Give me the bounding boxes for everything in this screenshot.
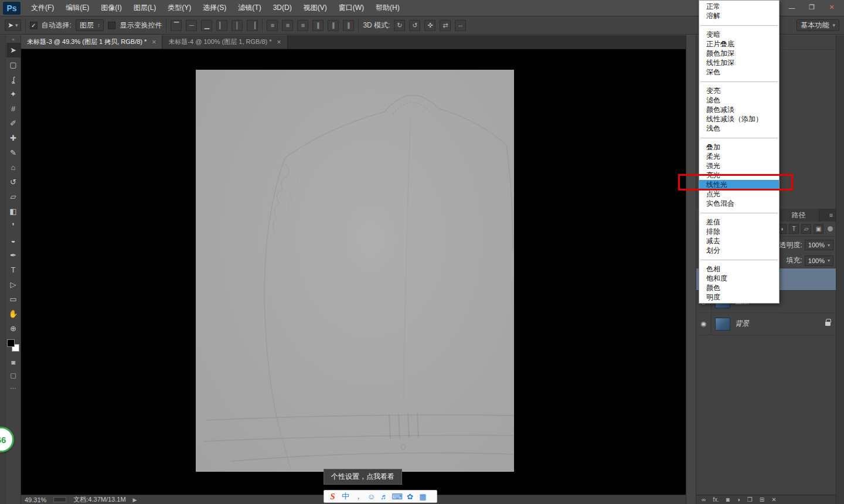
3d-roll-button[interactable]: ↺ [409, 20, 420, 31]
document-tab-1[interactable]: 未标题-3 @ 49.3% (图层 1 拷贝, RGB/8) * × [21, 35, 162, 49]
visibility-eye-icon[interactable]: ◉ [696, 313, 712, 335]
zoom-level-field[interactable]: 49.31% [25, 496, 46, 503]
document-tab-2[interactable]: 未标题-4 @ 100% (图层 1, RGB/8) * × [162, 35, 287, 49]
blend-mode-hard-light[interactable]: 强光 [699, 161, 779, 171]
close-tab-icon[interactable]: × [277, 38, 281, 46]
blend-mode-hard-mix[interactable]: 实色混合 [699, 199, 779, 208]
auto-select-target-dropdown[interactable]: 图层 ↕ [76, 19, 104, 31]
blend-mode-soft-light[interactable]: 柔光 [699, 152, 779, 161]
sogou-logo-icon[interactable]: S [326, 492, 339, 502]
menu-filter[interactable]: 滤镜(T) [232, 0, 267, 16]
eraser-tool[interactable]: ▱ [6, 189, 21, 204]
maximize-button[interactable]: ❐ [804, 2, 819, 12]
ime-toolbox-icon[interactable]: ▦ [417, 492, 429, 501]
adjustment-layer-icon[interactable]: ◑ [737, 496, 740, 503]
blend-mode-lighter-color[interactable]: 浅色 [699, 124, 779, 133]
align-right-edges-button[interactable]: ▕ [247, 20, 258, 31]
rectangular-marquee-tool[interactable]: ▢ [6, 57, 21, 72]
blend-mode-linear-burn[interactable]: 线性加深 [699, 58, 779, 67]
blend-mode-luminosity[interactable]: 明度 [699, 292, 779, 302]
gradient-tool[interactable]: ◧ [6, 204, 21, 219]
toolbox-collapse-button[interactable]: » [12, 36, 14, 43]
punctuation-icon[interactable]: ， [352, 491, 365, 502]
canvas-area[interactable] [21, 49, 686, 495]
close-tab-icon[interactable]: × [152, 38, 156, 46]
blend-mode-multiply[interactable]: 正片叠底 [699, 39, 779, 49]
blend-mode-subtract[interactable]: 减去 [699, 236, 779, 246]
zoom-tool[interactable]: ⊕ [6, 321, 21, 336]
foreground-color-swatch[interactable] [7, 339, 15, 347]
distribute-right-edges-button[interactable]: ∥ [343, 20, 354, 31]
status-options-arrow[interactable]: ▶ [133, 497, 137, 503]
blend-mode-exclusion[interactable]: 排除 [699, 227, 779, 236]
align-bottom-edges-button[interactable]: ▁ [201, 20, 212, 31]
menu-file[interactable]: 文件(F) [25, 0, 60, 16]
crop-tool[interactable]: # [6, 101, 21, 116]
align-top-edges-button[interactable]: ▔ [171, 20, 182, 31]
lasso-tool[interactable]: ʆ [6, 72, 21, 87]
blend-mode-lighten[interactable]: 变亮 [699, 86, 779, 96]
blend-mode-color-burn[interactable]: 颜色加深 [699, 49, 779, 58]
menu-window[interactable]: 窗口(W) [333, 0, 370, 16]
filter-type-layers-icon[interactable]: T [789, 224, 799, 234]
panel-menu-button[interactable]: ≡ [826, 209, 836, 222]
input-mode-icon[interactable]: 中 [339, 491, 352, 502]
path-selection-tool[interactable]: ▷ [6, 277, 21, 292]
distribute-left-edges-button[interactable]: ∥ [312, 20, 324, 31]
distribute-bottom-edges-button[interactable]: ≡ [297, 20, 308, 31]
quick-mask-button[interactable]: ◙ [6, 356, 21, 369]
toolbar-options-button[interactable]: ⋯ [6, 382, 21, 394]
history-brush-tool[interactable]: ↺ [6, 175, 21, 189]
layer-style-icon[interactable]: fx. [713, 496, 719, 503]
menu-edit[interactable]: 编辑(E) [60, 0, 95, 16]
blend-mode-dissolve[interactable]: 溶解 [699, 11, 779, 21]
tab-paths[interactable]: 路径 [778, 209, 819, 222]
blend-mode-divide[interactable]: 划分 [699, 246, 779, 255]
skin-icon[interactable]: ✿ [404, 492, 416, 501]
blend-mode-pin-light[interactable]: 点光 [699, 189, 779, 199]
layer-mask-icon[interactable]: ◙ [726, 496, 730, 503]
align-vertical-centers-button[interactable]: ─ [186, 20, 197, 31]
blend-mode-hue[interactable]: 色相 [699, 264, 779, 274]
blend-mode-normal[interactable]: 正常 [699, 2, 779, 11]
3d-rotate-button[interactable]: ↻ [394, 20, 405, 31]
menu-help[interactable]: 帮助(H) [370, 0, 406, 16]
blend-mode-color[interactable]: 颜色 [699, 283, 779, 292]
opacity-field[interactable]: 100% ▾ [805, 240, 833, 250]
link-layers-icon[interactable]: ∞ [702, 496, 706, 503]
minimize-button[interactable]: — [784, 2, 799, 12]
move-tool[interactable]: ➤ [6, 43, 21, 57]
brush-tool[interactable]: ✎ [6, 145, 21, 160]
blend-mode-darken[interactable]: 变暗 [699, 30, 779, 39]
blend-mode-screen[interactable]: 滤色 [699, 96, 779, 105]
filter-shape-layers-icon[interactable]: ▱ [801, 224, 811, 234]
align-left-edges-button[interactable]: ▏ [216, 20, 227, 31]
pen-tool[interactable]: ✒ [6, 248, 21, 263]
soft-keyboard-icon[interactable]: ⌨ [391, 492, 403, 501]
zoom-scrubber[interactable] [53, 497, 66, 502]
new-layer-icon[interactable]: ⊞ [760, 496, 764, 503]
show-transform-checkbox[interactable] [108, 22, 115, 29]
distribute-top-edges-button[interactable]: ≡ [267, 20, 278, 31]
emoji-icon[interactable]: ☺ [365, 492, 377, 501]
rectangle-tool[interactable]: ▭ [6, 292, 21, 307]
auto-select-checkbox[interactable]: ✓ [30, 22, 38, 29]
layer-name[interactable]: 背景 [735, 319, 749, 329]
layer-row-background[interactable]: ◉ 背景 [696, 313, 836, 335]
close-button[interactable]: ✕ [824, 2, 839, 12]
3d-scale-button[interactable]: ⇔ [455, 20, 466, 31]
menu-view[interactable]: 视图(V) [298, 0, 333, 16]
spot-healing-brush-tool[interactable]: ✚ [6, 131, 21, 145]
clone-stamp-tool[interactable]: ⌂ [6, 160, 21, 175]
menu-type[interactable]: 类型(Y) [162, 0, 197, 16]
distribute-horizontal-centers-button[interactable]: ∥ [328, 20, 339, 31]
eyedropper-tool[interactable]: ✐ [6, 116, 21, 131]
blend-mode-overlay[interactable]: 叠加 [699, 142, 779, 152]
menu-layer[interactable]: 图层(L) [128, 0, 162, 16]
blend-mode-linear-dodge[interactable]: 线性减淡（添加） [699, 114, 779, 124]
align-horizontal-centers-button[interactable]: │ [232, 20, 243, 31]
new-group-icon[interactable]: ❐ [747, 496, 753, 503]
layer-thumbnail[interactable] [715, 318, 730, 331]
blur-tool[interactable]: ❜ [6, 219, 21, 233]
current-tool-indicator[interactable]: ➤ ▾ [5, 19, 21, 31]
